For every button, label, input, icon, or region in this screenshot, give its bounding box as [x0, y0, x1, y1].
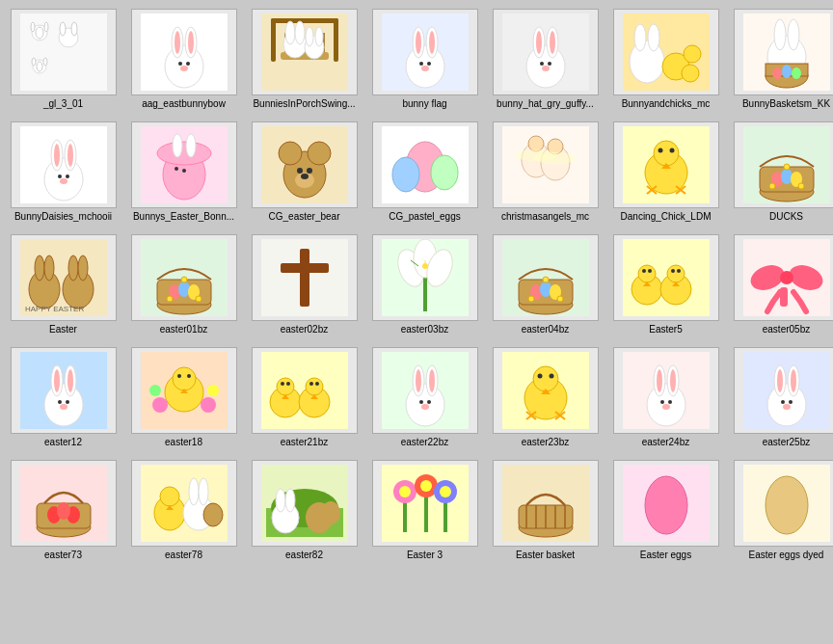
list-item[interactable]: CG_pastel_eggs [365, 117, 484, 228]
list-item[interactable]: easter21bz [245, 342, 363, 453]
svg-point-58 [684, 45, 701, 63]
svg-point-191 [201, 397, 216, 413]
list-item[interactable]: Bunnyandchicks_mc [606, 4, 725, 115]
svg-rect-143 [423, 273, 427, 311]
list-item[interactable]: DUCKS [727, 117, 833, 228]
list-item[interactable]: Easter 3 [365, 455, 484, 566]
list-item[interactable]: CG_easter_bear [245, 117, 363, 228]
svg-point-179 [54, 369, 60, 392]
list-item[interactable]: christmasangels_mc [486, 117, 605, 228]
svg-point-19 [186, 62, 190, 66]
svg-point-238 [791, 369, 796, 392]
item-label: easter22bz [401, 437, 448, 448]
svg-point-192 [149, 385, 161, 396]
svg-point-105 [654, 141, 679, 166]
item-label: easter78 [165, 550, 202, 561]
svg-point-91 [301, 174, 309, 179]
item-label: easter23bz [522, 437, 569, 448]
item-label: Easter [49, 324, 77, 335]
svg-point-204 [315, 382, 319, 386]
svg-point-3 [31, 22, 35, 32]
list-item[interactable]: easter73 [4, 455, 122, 566]
thumbnail [372, 121, 478, 208]
item-label: christmasangels_mc [501, 211, 589, 223]
svg-point-273 [440, 486, 451, 497]
svg-point-193 [207, 385, 219, 396]
svg-point-50 [548, 62, 551, 66]
list-item[interactable]: Easter5 [606, 229, 725, 340]
list-item[interactable]: easter12 [4, 342, 122, 453]
list-item[interactable]: easter82 [245, 455, 363, 566]
svg-point-124 [35, 255, 44, 281]
list-item[interactable]: easter23bz [486, 342, 605, 453]
svg-point-166 [667, 265, 685, 282]
list-item[interactable]: easter02bz [245, 229, 363, 340]
list-item[interactable]: BunnyBasketsm_KK [727, 4, 833, 115]
list-item[interactable]: BunnyDaisies_mchooii [4, 117, 122, 228]
list-item[interactable]: easter25bz [727, 342, 833, 453]
svg-point-254 [199, 478, 208, 505]
svg-point-107 [658, 148, 662, 153]
list-item[interactable]: BunniesInPorchSwing... [245, 4, 363, 115]
thumbnail [11, 460, 117, 547]
svg-point-241 [783, 404, 791, 410]
svg-point-76 [60, 178, 67, 184]
thumbnail [734, 460, 834, 547]
list-item[interactable]: Dancing_Chick_LDM [606, 117, 725, 228]
svg-point-210 [429, 369, 435, 392]
svg-point-212 [427, 400, 431, 404]
svg-point-55 [648, 24, 659, 51]
list-item[interactable]: HAPPY EASTER Easter [4, 229, 122, 340]
list-item[interactable]: Bunnys_Easter_Bonn... [124, 117, 243, 228]
svg-point-75 [66, 174, 69, 178]
list-item[interactable]: aag_eastbunnybow [124, 4, 243, 115]
svg-point-271 [420, 480, 432, 492]
svg-point-198 [281, 382, 284, 386]
item-label: CG_pastel_eggs [389, 211, 461, 223]
list-item[interactable]: Easter eggs [606, 455, 725, 566]
list-item[interactable]: easter05bz [727, 229, 833, 340]
svg-point-154 [540, 282, 551, 297]
list-item[interactable]: Easter eggs dyed [727, 455, 833, 566]
svg-point-40 [419, 62, 423, 66]
list-item[interactable]: easter78 [124, 455, 243, 566]
svg-point-240 [789, 400, 793, 404]
item-label: BunniesInPorchSwing... [253, 98, 355, 110]
svg-point-186 [173, 367, 196, 390]
thumbnail [734, 234, 834, 321]
list-item[interactable]: bunny flag [365, 4, 484, 115]
list-item[interactable]: Easter basket [486, 455, 605, 566]
item-label: Easter eggs [640, 550, 691, 561]
svg-point-237 [777, 369, 783, 392]
svg-point-30 [295, 21, 305, 44]
svg-point-230 [660, 400, 664, 404]
item-label: CG_easter_bear [269, 211, 340, 223]
list-item[interactable]: easter04bz [486, 229, 605, 340]
svg-point-42 [421, 66, 429, 71]
svg-point-51 [542, 66, 550, 71]
item-label: bunny_hat_gry_guffy... [497, 98, 594, 110]
item-label: Bunnys_Easter_Bonn... [133, 211, 234, 223]
list-item[interactable]: easter24bz [606, 342, 725, 453]
svg-point-136 [181, 277, 187, 282]
list-item[interactable]: easter03bz [365, 229, 484, 340]
list-item[interactable]: bunny_hat_gry_guffy... [486, 4, 605, 115]
list-item[interactable]: easter18 [124, 342, 243, 453]
list-item[interactable]: easter22bz [365, 342, 484, 453]
thumbnail [372, 234, 478, 321]
svg-point-20 [180, 66, 188, 71]
svg-point-218 [537, 374, 542, 379]
svg-point-61 [774, 19, 786, 50]
item-label: easter82 [285, 550, 323, 561]
list-item[interactable]: _gl_3_01 [4, 4, 122, 115]
thumbnail [11, 347, 117, 434]
svg-point-188 [177, 374, 181, 378]
svg-point-86 [279, 142, 302, 165]
svg-rect-22 [271, 18, 276, 62]
svg-rect-266 [424, 494, 428, 532]
list-item[interactable]: easter01bz [124, 229, 243, 340]
thumbnail [372, 347, 478, 434]
svg-point-121 [798, 183, 804, 189]
svg-point-102 [534, 152, 577, 164]
svg-point-53 [630, 40, 664, 83]
